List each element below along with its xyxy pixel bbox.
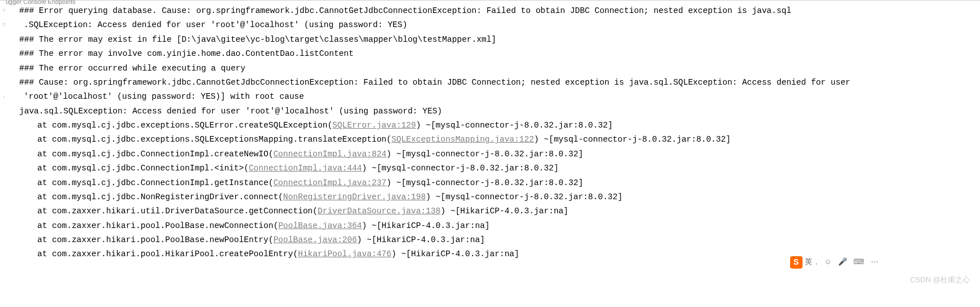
stack-frame-suffix: ) ~[mysql-connector-j-8.0.32.jar:8.0.32] bbox=[534, 135, 731, 144]
console-line: at com.mysql.cj.jdbc.ConnectionImpl.<ini… bbox=[10, 161, 980, 176]
gutter-marker bbox=[2, 76, 10, 90]
gutter-marker bbox=[2, 262, 10, 276]
source-link[interactable]: HikariPool.java:476 bbox=[298, 249, 391, 258]
ime-tool-icons[interactable]: , ☺ 🎤 ⌨ ⋯ bbox=[816, 256, 881, 269]
console-line: at com.zaxxer.hikari.pool.PoolBase.newCo… bbox=[10, 219, 980, 233]
stack-frame-text: at com.mysql.cj.jdbc.ConnectionImpl.<ini… bbox=[37, 164, 249, 173]
gutter-marker bbox=[2, 248, 10, 262]
console-line: at com.mysql.cj.jdbc.ConnectionImpl.getI… bbox=[10, 176, 980, 190]
gutter-marker: ⇣ bbox=[2, 90, 10, 104]
gutter-marker bbox=[2, 147, 10, 161]
gutter-marker bbox=[2, 176, 10, 190]
console-line: at com.mysql.cj.jdbc.exceptions.SQLError… bbox=[10, 119, 980, 133]
stack-frame-suffix: ) ~[mysql-connector-j-8.0.32.jar:8.0.32] bbox=[387, 178, 583, 187]
stack-frame-text: at com.mysql.cj.jdbc.NonRegisteringDrive… bbox=[37, 192, 283, 201]
console-line: at com.zaxxer.hikari.pool.PoolBase.newPo… bbox=[10, 233, 980, 247]
stack-frame-suffix: ) ~[mysql-connector-j-8.0.32.jar:8.0.32] bbox=[416, 121, 613, 130]
console-output: ==⇣ ### Error querying database. Cause: … bbox=[0, 2, 980, 262]
console-line: at com.mysql.cj.jdbc.NonRegisteringDrive… bbox=[10, 190, 980, 204]
stack-frame-text: at com.zaxxer.hikari.pool.PoolBase.newCo… bbox=[37, 221, 278, 230]
source-link[interactable]: DriverDataSource.java:138 bbox=[318, 207, 441, 216]
stack-frame-suffix: ) ~[mysql-connector-j-8.0.32.jar:8.0.32] bbox=[387, 150, 583, 159]
stack-frame-suffix: ) ~[mysql-connector-j-8.0.32.jar:8.0.32] bbox=[362, 164, 558, 173]
console-line: 'root'@'localhost' (using password: YES)… bbox=[10, 90, 980, 104]
gutter-marker bbox=[2, 161, 10, 176]
ime-language-label[interactable]: 英 bbox=[805, 256, 812, 269]
stack-frame-text: at com.mysql.cj.jdbc.ConnectionImpl.getI… bbox=[37, 178, 274, 187]
gutter-marker bbox=[2, 62, 10, 76]
source-link[interactable]: ConnectionImpl.java:824 bbox=[274, 150, 387, 159]
gutter-marker bbox=[2, 119, 10, 133]
csdn-watermark: CSDN @杜甫之心 bbox=[910, 274, 970, 287]
console-line: ### Cause: org.springframework.jdbc.Cann… bbox=[10, 76, 980, 90]
console-line: ### The error may exist in file [D:\java… bbox=[10, 33, 980, 47]
gutter-marker bbox=[2, 104, 10, 119]
sogou-ime-icon[interactable]: S bbox=[790, 256, 803, 269]
stack-frame-suffix: ) ~[HikariCP-4.0.3.jar:na] bbox=[357, 235, 485, 244]
ime-toolbar[interactable]: S 英 , ☺ 🎤 ⌨ ⋯ bbox=[790, 256, 881, 269]
source-link[interactable]: SQLError.java:129 bbox=[332, 121, 416, 130]
gutter-marker bbox=[2, 190, 10, 204]
console-line: at com.zaxxer.hikari.util.DriverDataSour… bbox=[10, 204, 980, 218]
stack-frame-text: at com.mysql.cj.jdbc.ConnectionImpl.crea… bbox=[37, 150, 274, 159]
stack-frame-suffix: ) ~[HikariCP-4.0.3.jar:na] bbox=[362, 221, 489, 230]
gutter-marker bbox=[2, 219, 10, 233]
stack-frame-suffix: ) ~[HikariCP-4.0.3.jar:na] bbox=[392, 249, 519, 258]
stack-frame-text: at com.zaxxer.hikari.pool.PoolBase.newPo… bbox=[37, 235, 274, 244]
gutter-marker: = bbox=[2, 18, 10, 32]
console-line: at com.mysql.cj.jdbc.exceptions.SQLExcep… bbox=[10, 133, 980, 147]
console-line: ### The error occurred while executing a… bbox=[10, 62, 980, 76]
stack-frame-text: at com.mysql.cj.jdbc.exceptions.SQLExcep… bbox=[37, 135, 392, 144]
stack-frame-suffix: ) ~[HikariCP-4.0.3.jar:na] bbox=[441, 207, 569, 216]
stack-frame-suffix: ) ~[mysql-connector-j-8.0.32.jar:8.0.32] bbox=[426, 192, 622, 201]
stack-frame-text: at com.zaxxer.hikari.util.DriverDataSour… bbox=[37, 207, 318, 216]
stack-frame-text: at com.zaxxer.hikari.pool.HikariPool.cre… bbox=[37, 249, 298, 258]
source-link[interactable]: PoolBase.java:364 bbox=[278, 221, 362, 230]
console-line: java.sql.SQLException: Access denied for… bbox=[10, 104, 980, 119]
gutter-marker bbox=[2, 204, 10, 218]
console-line: ### The error may involve com.yinjie.hom… bbox=[10, 47, 980, 61]
gutter-marker bbox=[2, 233, 10, 247]
source-link[interactable]: ConnectionImpl.java:237 bbox=[274, 178, 387, 187]
console-line: .SQLException: Access denied for user 'r… bbox=[10, 18, 980, 32]
gutter-marker: = bbox=[2, 4, 10, 18]
source-link[interactable]: SQLExceptionsMapping.java:122 bbox=[392, 135, 534, 144]
gutter-marker bbox=[2, 47, 10, 61]
source-link[interactable]: ConnectionImpl.java:444 bbox=[249, 164, 362, 173]
gutter-marker bbox=[2, 133, 10, 147]
gutter: ==⇣ bbox=[2, 4, 10, 276]
source-link[interactable]: PoolBase.java:206 bbox=[274, 235, 357, 244]
gutter-marker bbox=[2, 33, 10, 47]
source-link[interactable]: NonRegisteringDriver.java:198 bbox=[283, 192, 426, 201]
console-line: ### Error querying database. Cause: org.… bbox=[10, 4, 980, 18]
console-line: at com.mysql.cj.jdbc.ConnectionImpl.crea… bbox=[10, 147, 980, 161]
stack-frame-text: at com.mysql.cj.jdbc.exceptions.SQLError… bbox=[37, 121, 332, 130]
